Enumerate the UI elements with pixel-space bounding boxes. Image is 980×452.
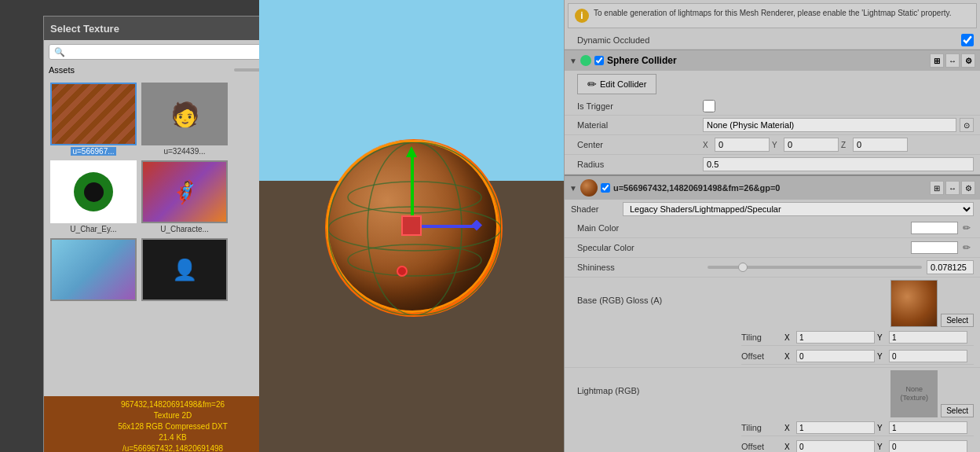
lightmap-texture-controls: None(Texture) Select Tiling X Y Offset X [741, 370, 974, 452]
material-section-header[interactable]: ▼ u=566967432,14820691498&fm=26&gp=0 ⊞ ↔… [565, 175, 980, 200]
texture-label: u=566967... [71, 147, 115, 156]
shininess-slider[interactable] [708, 266, 922, 269]
specular-color-picker-button[interactable]: ✏ [960, 241, 974, 255]
radius-value [703, 157, 974, 171]
center-y-label: Y [772, 141, 781, 149]
base-texture-controls: Select Tiling X Y Offset X Y [741, 280, 974, 365]
texture-thumb: 👤 [141, 238, 228, 301]
base-offset-y-label: Y [877, 352, 887, 361]
lightmap-offset-x-input[interactable] [796, 440, 875, 452]
center-label: Center [577, 140, 703, 149]
material-id-label: u=566967432,14820691498&fm=26&gp=0 [613, 183, 781, 193]
main-color-picker-button[interactable]: ✏ [960, 221, 974, 235]
main-color-label: Main Color [577, 223, 911, 233]
material-tool-2[interactable]: ↔ [945, 181, 960, 195]
center-row: Center X Y Z [565, 135, 980, 155]
lightmap-tiling-row: Tiling X Y [741, 420, 974, 436]
face-texture-preview: 🧑 [143, 84, 226, 144]
texture-thumb: 🧑 [141, 83, 228, 145]
base-texture-slot-group: Select [890, 280, 974, 327]
lightmap-offset-x-label: X [784, 443, 794, 451]
lightmap-offset-y-input[interactable] [889, 440, 967, 452]
material-tool-1[interactable]: ⊞ [930, 181, 944, 195]
center-z-input[interactable] [853, 138, 908, 152]
center-cube [401, 215, 422, 236]
texture-thumb [50, 83, 137, 145]
sphere-container [326, 140, 499, 313]
svg-point-2 [348, 182, 481, 213]
lightmap-texture-thumb: None(Texture) [890, 370, 938, 417]
tool-btn-2[interactable]: ↔ [945, 53, 960, 68]
assets-label: Assets [49, 65, 75, 75]
dynamic-occluded-checkbox[interactable] [961, 34, 974, 46]
tool-btn-1[interactable]: ⊞ [930, 53, 944, 68]
center-xyz-group: X Y Z [703, 138, 974, 152]
is-trigger-label: Is Trigger [577, 101, 703, 111]
radius-input[interactable] [703, 157, 974, 171]
main-viewport [259, 0, 565, 452]
specular-color-swatch[interactable] [911, 241, 958, 254]
collider-edit-icon: ✏ [587, 78, 597, 90]
center-x-label: X [703, 141, 712, 149]
control-point [397, 266, 408, 277]
list-item[interactable]: 🧑 u=324439... [141, 83, 228, 156]
center-x-input[interactable] [715, 138, 770, 152]
lightmap-tiling-x-input[interactable] [796, 421, 875, 434]
edit-collider-button[interactable]: ✏ Edit Collider [577, 74, 656, 94]
base-offset-xy: X Y [784, 350, 967, 362]
physic-material-picker-button[interactable]: ⊙ [960, 118, 974, 132]
base-texture-select-button[interactable]: Select [941, 314, 974, 327]
eye-texture-preview [52, 162, 135, 222]
material-tools: ⊞ ↔ ⚙ [930, 181, 975, 195]
notice-text: To enable generation of lightmaps for th… [594, 9, 952, 17]
center-y-input[interactable] [784, 138, 839, 152]
sphere-collider-header[interactable]: ▼ Sphere Collider ⊞ ↔ ⚙ [565, 50, 980, 71]
lightmap-offset-xy: X Y [784, 440, 967, 452]
sphere-collider-toggle[interactable] [594, 56, 604, 65]
specular-color-label: Specular Color [577, 243, 911, 252]
x-axis-arrow [412, 225, 475, 228]
material-value: None (Physic Material) ⊙ [703, 118, 974, 132]
list-item[interactable]: U_Char_Ey... [50, 160, 137, 233]
list-item[interactable]: u=566967... [50, 83, 137, 156]
lightmap-texture-label: Lightmap (RGB) [577, 370, 737, 395]
blue-texture-preview [52, 240, 135, 299]
lightmap-texture-slot-group: None(Texture) Select [890, 370, 974, 417]
y-axis-arrowhead [406, 146, 417, 157]
material-row: Material None (Physic Material) ⊙ [565, 116, 980, 135]
specular-color-row: Specular Color ✏ [565, 238, 980, 258]
list-item[interactable] [50, 238, 137, 303]
dynamic-occluded-row: Dynamic Occluded [565, 31, 980, 50]
edit-collider-label: Edit Collider [600, 79, 646, 89]
list-item[interactable]: 👤 [141, 238, 228, 303]
base-tiling-y-input[interactable] [889, 331, 967, 344]
radius-label: Radius [577, 160, 703, 169]
material-arrow-icon: ▼ [569, 184, 577, 193]
texture-label: u=324439... [163, 147, 205, 156]
svg-point-4 [348, 244, 481, 276]
shader-select[interactable]: Legacy Shaders/Lightmapped/Specular [623, 202, 974, 216]
base-tiling-x-input[interactable] [796, 331, 875, 344]
base-offset-y-input[interactable] [889, 350, 967, 362]
is-trigger-checkbox[interactable] [703, 100, 715, 112]
base-offset-x-input[interactable] [796, 350, 875, 362]
lightmap-tiling-y-input[interactable] [889, 421, 967, 434]
main-color-swatch[interactable] [911, 222, 958, 234]
material-tool-3[interactable]: ⚙ [961, 181, 975, 195]
list-item[interactable]: 🦸 U_Characte... [141, 160, 228, 233]
inspector-panel: i To enable generation of lightmaps for … [564, 0, 980, 452]
panel-title: Select Texture [50, 23, 119, 35]
center-value: X Y Z [703, 138, 974, 152]
lightmap-offset-row: Offset X Y [741, 439, 974, 452]
lightmap-texture-select-button[interactable]: Select [941, 404, 974, 417]
wood-texture-preview [52, 84, 135, 144]
edit-collider-row: ✏ Edit Collider [565, 71, 980, 97]
texture-label: U_Char_Ey... [70, 225, 116, 233]
shininess-value-input[interactable] [927, 260, 974, 274]
tool-btn-3[interactable]: ⚙ [961, 53, 975, 68]
shader-row: Shader Legacy Shaders/Lightmapped/Specul… [565, 200, 980, 219]
lightmap-tiling-y-label: Y [877, 424, 887, 432]
lightmap-tiling-x-label: X [784, 424, 794, 432]
material-toggle[interactable] [601, 183, 610, 193]
shininess-row: Shininess [565, 258, 980, 277]
